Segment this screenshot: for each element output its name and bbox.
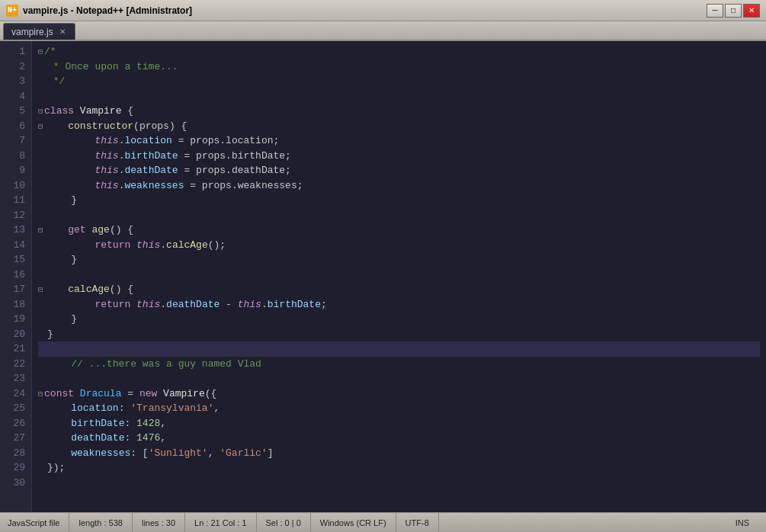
token: return [95,239,130,251]
token: const [44,388,74,399]
token: : [124,432,136,444]
token [47,432,71,444]
token: , [208,447,220,459]
tab-label: vampire.js [11,27,53,37]
token: , [213,402,220,414]
token: calcAge [166,239,208,251]
token [130,299,136,310]
status-bar: JavaScript file length : 538 lines : 30 … [0,512,766,532]
tab-close-icon[interactable]: ✕ [58,27,67,37]
maximize-button[interactable]: □ [725,4,742,18]
token [44,120,68,132]
code-line: ⊟ get age() { [38,223,760,238]
token: () { [110,284,133,295]
token: (props) { [133,120,187,132]
token: = [121,388,139,399]
token: Vampire [80,105,122,117]
code-area[interactable]: 1234567891011121314151617181920212223242… [0,41,766,512]
token: : [124,418,136,429]
code-line [38,208,760,223]
code-line: ⊟ calcAge() { [38,282,760,297]
code-line [38,268,760,283]
token [47,447,71,459]
token [74,388,80,399]
fold-icon[interactable]: ⊟ [38,48,43,56]
token [47,150,95,162]
token: /* [44,46,56,57]
token: Dracula [80,388,122,399]
code-content[interactable]: ⊟/* * Once upon a time... */ ⊟class Vamp… [32,41,766,512]
token: }); [47,462,65,473]
code-line [38,476,760,491]
token: . [160,239,166,251]
token: 'Transylvania' [130,402,213,414]
code-line: } [38,252,760,268]
token: get [68,224,85,236]
code-line: } [38,327,760,342]
token: */ [47,75,65,87]
tab-bar: vampire.js ✕ [0,21,766,41]
window-controls: ─ □ ✕ [707,4,760,18]
code-line: return this.calcAge(); [38,238,760,253]
fold-icon[interactable]: ⊟ [38,123,43,131]
token: class [44,105,74,117]
token [47,180,95,191]
token: this [238,299,261,310]
token: (); [208,239,226,251]
fold-icon[interactable]: ⊟ [38,390,43,399]
code-line: ⊟class Vampire { [38,104,760,119]
token: weaknesses [71,447,130,459]
status-file-type: JavaScript file [8,513,69,532]
code-line: ⊟/* [38,44,760,59]
code-line: ⊟const Dracula = new Vampire({ [38,386,760,402]
title-text: vampire.js - Notepad++ [Administrator] [23,5,707,16]
fold-icon[interactable]: ⊟ [38,107,43,116]
token: } [47,254,77,265]
token: 'Sunlight' [149,447,208,459]
token: this [136,299,160,310]
fold-icon[interactable]: ⊟ [38,286,43,294]
code-line: weaknesses: ['Sunlight', 'Garlic'] [38,446,760,461]
code-line [38,89,760,104]
minimize-button[interactable]: ─ [707,4,723,18]
code-line: return this.deathDate - this.birthDate; [38,297,760,312]
token: = props.deathDate; [178,165,291,176]
token: Vampire [163,388,205,399]
code-line: this.deathDate = props.deathDate; [38,163,760,178]
title-bar: N+ vampire.js - Notepad++ [Administrator… [0,0,766,21]
close-button[interactable]: ✕ [743,4,760,18]
token [130,239,136,251]
token: constructor [68,120,133,132]
code-line [38,341,760,357]
status-length: length : 538 [69,513,133,532]
code-line: */ [38,74,760,89]
code-line: // ...there was a guy named Vlad [38,357,760,372]
token [47,239,95,251]
token: 'Garlic' [220,447,267,459]
code-line: this.birthDate = props.birthDate; [38,149,760,164]
code-line: this.location = props.location; [38,133,760,149]
code-line: location: 'Transylvania', [38,401,760,416]
token: 1476 [136,432,160,444]
status-sel: Sel : 0 | 0 [257,513,311,532]
token [47,165,95,176]
status-cursor: Ln : 21 Col : 1 [185,513,257,532]
token: new [139,388,157,399]
token: deathDate [166,299,220,310]
token: , [160,418,166,429]
status-encoding: UTF-8 [396,513,439,532]
line-numbers: 1234567891011121314151617181920212223242… [0,41,32,512]
code-line: * Once upon a time... [38,59,760,75]
token: = props.location; [172,135,279,146]
fold-icon[interactable]: ⊟ [38,226,43,235]
token: birthDate [71,418,124,429]
code-line: ⊟ constructor(props) { [38,119,760,134]
token: . [160,299,166,310]
code-line: } [38,312,760,327]
token [47,299,95,310]
token [47,135,95,146]
status-lines: lines : 30 [133,513,185,532]
code-line: deathDate: 1476, [38,431,760,446]
code-line: } [38,193,760,208]
tab-vampire-js[interactable]: vampire.js ✕ [3,23,75,40]
